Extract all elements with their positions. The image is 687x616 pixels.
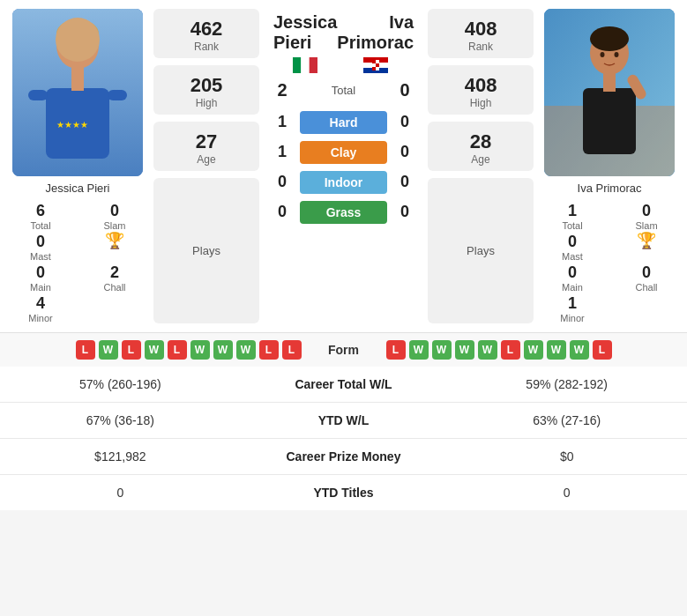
left-minor-stat: 4 Minor [7, 294, 74, 323]
top-section: ★★★★ Jessica Pieri 6 Total 0 Slam 0 [0, 0, 687, 332]
left-player-name: Jessica Pieri [46, 182, 110, 195]
surface-row-2: 0 Indoor 0 [265, 171, 422, 194]
center-panel: Jessica Pieri Iva Primorac [265, 9, 422, 323]
svg-rect-13 [310, 57, 317, 73]
left-chall-stat: 2 Chall [81, 263, 148, 293]
svg-rect-30 [603, 72, 616, 92]
form-badge-right: W [547, 340, 566, 360]
left-high-value: 205 [157, 74, 256, 97]
form-badge-left: L [122, 340, 141, 360]
left-trophy-icon: 🏆 [105, 233, 124, 249]
right-player-photo [544, 9, 675, 176]
italy-flag-icon [293, 57, 317, 73]
right-trophy-icon: 🏆 [637, 233, 656, 249]
svg-rect-29 [583, 88, 636, 154]
left-total-stat: 6 Total [7, 202, 74, 231]
form-badge-right: L [501, 340, 520, 360]
svg-rect-11 [293, 57, 301, 73]
form-badge-right: W [409, 340, 429, 360]
total-label: Total [300, 84, 387, 97]
left-age-value: 27 [157, 130, 256, 153]
svg-point-31 [601, 52, 605, 57]
surface-row-1: 1 Clay 0 [265, 141, 422, 164]
svg-point-7 [82, 45, 87, 51]
left-stats-grid: 6 Total 0 Slam 0 Mast 🏆 0 Main [7, 202, 148, 323]
stat-right-value: $0 [446, 439, 687, 475]
form-badge-right: W [570, 340, 589, 360]
right-plays-label: Plays [431, 244, 530, 257]
stats-row: 0YTD Titles0 [0, 475, 687, 511]
svg-point-6 [68, 45, 73, 51]
left-age-label: Age [157, 153, 256, 166]
svg-rect-22 [372, 67, 376, 71]
right-high-box: 408 High [428, 65, 534, 115]
form-badge-left: L [282, 340, 302, 360]
total-score-right: 0 [387, 80, 422, 100]
surface-rows: 1 Hard 0 1 Clay 0 0 Indoor 0 0 Grass [265, 111, 422, 231]
right-age-label: Age [431, 153, 530, 166]
right-main-stat: 0 Main [539, 263, 606, 293]
form-badge-right: L [386, 340, 406, 360]
right-total-stat: 1 Total [539, 202, 606, 231]
left-high-label: High [157, 97, 256, 109]
svg-point-28 [590, 26, 629, 51]
stat-center-label: Career Total W/L [241, 367, 447, 403]
left-age-box: 27 Age [153, 122, 259, 171]
left-player-photo: ★★★★ [12, 9, 143, 176]
right-trophy-icon-cell: 🏆 [613, 233, 680, 262]
svg-rect-19 [376, 60, 379, 63]
form-badge-left: L [76, 340, 95, 360]
svg-rect-5 [71, 66, 84, 91]
right-age-value: 28 [431, 130, 530, 153]
svg-rect-20 [372, 63, 376, 67]
right-rank-box: 408 Rank [428, 9, 534, 58]
stat-left-value: 57% (260-196) [0, 367, 241, 403]
left-main-stat: 0 Main [7, 263, 74, 293]
form-badge-left: W [99, 340, 118, 360]
form-badge-right: W [524, 340, 543, 360]
form-badges-left: LWLWLWWWLL [11, 340, 302, 360]
left-high-box: 205 High [153, 65, 259, 115]
svg-rect-18 [372, 60, 376, 63]
right-mast-stat: 0 Mast [539, 233, 606, 262]
left-player-title: Jessica Pieri [273, 12, 337, 73]
stats-row: $121,982Career Prize Money$0 [0, 439, 687, 475]
stat-right-value: 0 [446, 475, 687, 511]
form-badges-right: LWWWWLWWWL [386, 340, 677, 360]
form-badge-right: W [455, 340, 474, 360]
svg-point-32 [615, 52, 619, 57]
right-middle-panel: 408 Rank 408 High 28 Age Plays [428, 9, 534, 323]
total-score-left: 2 [265, 80, 300, 100]
left-player-card: ★★★★ Jessica Pieri 6 Total 0 Slam 0 [7, 9, 148, 323]
surface-row-0: 1 Hard 0 [265, 111, 422, 134]
left-plays-label: Plays [157, 244, 256, 257]
left-rank-value: 462 [157, 18, 256, 41]
right-rank-label: Rank [431, 41, 530, 53]
right-rank-value: 408 [431, 18, 530, 41]
svg-rect-9 [28, 90, 48, 100]
svg-rect-23 [376, 67, 379, 71]
right-player-name: Iva Primorac [578, 182, 642, 195]
left-plays-box: Plays [153, 178, 259, 323]
right-age-box: 28 Age [428, 122, 534, 171]
left-slam-stat: 0 Slam [81, 202, 148, 231]
stat-right-value: 63% (27-16) [446, 403, 687, 439]
stat-center-label: YTD Titles [241, 475, 447, 511]
svg-rect-21 [376, 63, 379, 67]
stat-left-value: 67% (36-18) [0, 403, 241, 439]
right-plays-box: Plays [428, 178, 534, 323]
left-middle-panel: 462 Rank 205 High 27 Age Plays [153, 9, 259, 323]
stat-left-value: $121,982 [0, 439, 241, 475]
stat-center-label: YTD W/L [241, 403, 447, 439]
surface-row-3: 0 Grass 0 [265, 201, 422, 224]
form-label: Form [309, 343, 379, 357]
left-mast-stat: 0 Mast [7, 233, 74, 262]
right-player-card: Iva Primorac 1 Total 0 Slam 0 Mast 🏆 [539, 9, 680, 323]
right-high-value: 408 [431, 74, 530, 97]
player-names-row: Jessica Pieri Iva Primorac [265, 12, 422, 73]
right-high-label: High [431, 97, 530, 109]
form-badge-right: W [478, 340, 497, 360]
stat-left-value: 0 [0, 475, 241, 511]
left-rank-box: 462 Rank [153, 9, 259, 58]
svg-rect-12 [301, 57, 309, 73]
